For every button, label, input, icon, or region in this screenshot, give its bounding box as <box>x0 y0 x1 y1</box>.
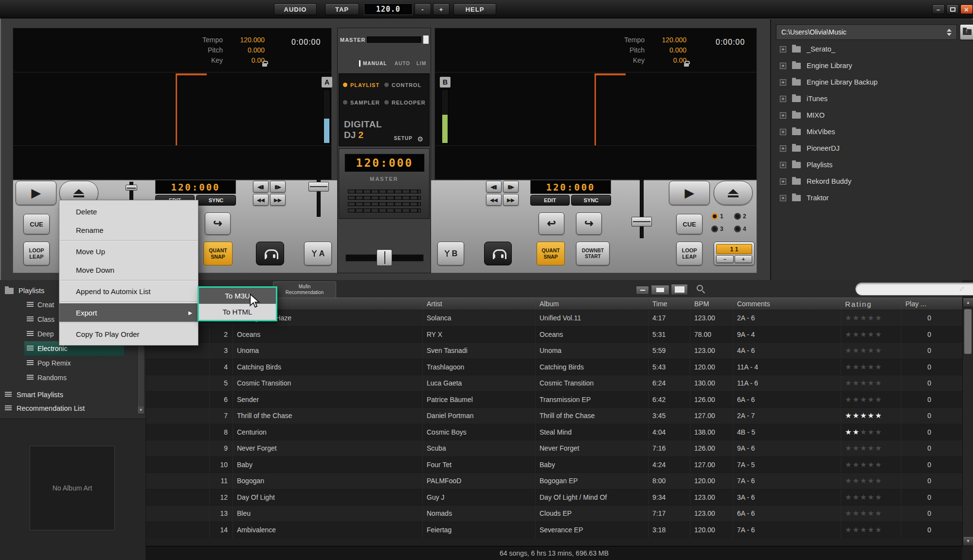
tempo-increase-button[interactable]: + <box>433 3 450 15</box>
key-lock-icon[interactable] <box>684 63 689 67</box>
playlist-item[interactable]: Pop Remix <box>24 356 124 370</box>
deck-b-pitch-fader-handle[interactable] <box>631 217 652 227</box>
star-icon[interactable]: ★ <box>852 395 860 404</box>
cell-rating[interactable]: ★★★★★ <box>841 392 901 408</box>
cell-rating[interactable]: ★★★★★ <box>841 327 901 343</box>
star-icon[interactable]: ★ <box>875 525 883 534</box>
cell-rating[interactable]: ★★★★★ <box>841 424 901 440</box>
playlist-radio-icon[interactable] <box>343 83 347 87</box>
star-icon[interactable]: ★ <box>867 428 875 437</box>
maximize-button[interactable] <box>946 4 959 14</box>
star-icon[interactable]: ★ <box>860 428 867 437</box>
pad-1[interactable]: 1 <box>711 213 723 220</box>
deck-a-pitch-fader-handle[interactable] <box>308 182 329 192</box>
deck-b-pitch-fader-track[interactable] <box>640 178 644 238</box>
star-icon[interactable]: ★ <box>852 428 860 437</box>
deck-b-seek-back-button[interactable]: ◀◀ <box>486 194 502 206</box>
cell-rating[interactable]: ★★★★★ <box>841 522 901 538</box>
expand-icon[interactable]: + <box>780 162 786 168</box>
track-row[interactable]: 7 Thrill of the Chase Daniel Portman Thr… <box>146 408 962 424</box>
header-time[interactable]: Time <box>648 298 690 310</box>
deck-b-edit-button[interactable]: EDIT <box>530 195 570 206</box>
track-row[interactable]: 12 Day Of Light Guy J Day Of Light / Min… <box>146 490 962 506</box>
minimize-button[interactable]: – <box>932 4 945 14</box>
deck-a-seek-fwd-button[interactable]: ▶▶ <box>270 194 286 206</box>
star-icon[interactable]: ★ <box>845 379 852 387</box>
folder-tree-item[interactable]: + Rekord Buddy <box>771 173 973 190</box>
cell-rating[interactable]: ★★★★★ <box>841 490 901 506</box>
track-row[interactable]: 5 Cosmic Transition Luca Gaeta Cosmic Tr… <box>146 375 962 392</box>
expand-icon[interactable]: + <box>780 46 786 52</box>
folder-tree-item[interactable]: + Engine Library <box>771 57 973 74</box>
mode-lim[interactable]: LIM <box>416 61 426 66</box>
star-icon[interactable]: ★ <box>860 314 867 322</box>
submenu-item-to-html[interactable]: To HTML <box>199 304 276 320</box>
tempo-decrease-button[interactable]: - <box>414 3 431 15</box>
track-row[interactable]: 9 Never Forget Scuba Never Forget 7:16 1… <box>146 440 962 457</box>
deck-b-headphone-cue-button[interactable] <box>484 242 512 265</box>
star-icon[interactable]: ★ <box>875 330 883 339</box>
recommendation-list-item[interactable]: Recommendation List <box>5 402 136 415</box>
star-icon[interactable]: ★ <box>852 363 860 371</box>
star-icon[interactable]: ★ <box>852 379 860 387</box>
submenu-item-to-m3u[interactable]: To M3U <box>199 288 276 304</box>
deck-b-downbeat-start-button[interactable]: DOWNBTSTART <box>576 242 610 265</box>
cell-rating[interactable]: ★★★★★ <box>841 457 901 473</box>
track-row[interactable]: 10 Baby Four Tet Baby 4:24 127.00 7A - 5… <box>146 457 962 473</box>
menu-item-export[interactable]: Export▶ <box>59 303 198 322</box>
gear-icon[interactable]: ⚙ <box>417 135 423 143</box>
deck-a-headphone-cue-button[interactable] <box>256 242 284 265</box>
star-icon[interactable]: ★ <box>875 444 883 453</box>
deck-a-loop-leap-button[interactable]: LOOPLEAP <box>23 242 50 265</box>
track-row[interactable]: 4 Catching Birds Trashlagoon Catching Bi… <box>146 359 962 376</box>
star-icon[interactable]: ★ <box>867 363 875 371</box>
star-icon[interactable]: ★ <box>860 444 867 453</box>
star-icon[interactable]: ★ <box>845 460 852 469</box>
mode-auto[interactable]: AUTO <box>395 61 410 66</box>
folder-tree-item[interactable]: + PioneerDJ <box>771 140 973 157</box>
deck-b-cue-button[interactable]: CUE <box>676 214 703 234</box>
deck-a-seek-back-button[interactable]: ◀◀ <box>253 194 269 206</box>
expand-icon[interactable]: + <box>780 178 786 185</box>
star-icon[interactable]: ★ <box>860 509 867 518</box>
view-medium-button[interactable] <box>651 285 669 295</box>
star-icon[interactable]: ★ <box>845 411 852 420</box>
relooper-radio-icon[interactable] <box>384 100 389 105</box>
playlist-toggle[interactable]: PLAYLIST <box>350 82 379 88</box>
key-lock-icon[interactable] <box>262 63 267 67</box>
deck-a-loop-return-button[interactable]: ↪ <box>205 212 231 235</box>
menu-item-move-down[interactable]: Move Down <box>59 261 198 279</box>
track-row[interactable]: 8 Centurion Cosmic Boys Steal Mind 4:04 … <box>146 424 962 441</box>
cell-rating[interactable]: ★★★★★ <box>841 408 901 424</box>
folder-tree-item[interactable]: + Traktor <box>771 190 973 206</box>
star-icon[interactable]: ★ <box>867 379 875 387</box>
tab-mufin-recommendation[interactable]: Mufin Recommendation <box>273 281 336 298</box>
star-icon[interactable]: ★ <box>852 411 860 420</box>
star-icon[interactable]: ★ <box>860 330 867 339</box>
expand-icon[interactable]: + <box>780 63 786 69</box>
tap-button[interactable]: TAP <box>325 3 359 15</box>
star-icon[interactable]: ★ <box>845 428 852 437</box>
deck-b-redo-loop-button[interactable]: ↪ <box>576 212 602 235</box>
deck-b-eject-button[interactable] <box>714 181 753 205</box>
deck-b-undo-loop-button[interactable]: ↩ <box>539 212 564 235</box>
deck-a-quant-snap-button[interactable]: QUANTSNAP <box>203 242 233 265</box>
star-icon[interactable]: ★ <box>867 346 875 355</box>
header-comments[interactable]: Comments <box>733 298 841 310</box>
star-icon[interactable]: ★ <box>845 525 852 534</box>
star-icon[interactable]: ★ <box>875 493 883 502</box>
star-icon[interactable]: ★ <box>867 314 875 322</box>
table-scroll-down-icon[interactable]: ▼ <box>963 536 973 546</box>
star-icon[interactable]: ★ <box>852 476 860 485</box>
crossfader-handle[interactable] <box>377 249 392 266</box>
star-icon[interactable]: ★ <box>867 476 875 485</box>
deck-b-play-button[interactable]: ▶ <box>669 181 710 205</box>
table-scroll-up-icon[interactable]: ▲ <box>963 298 973 307</box>
star-icon[interactable]: ★ <box>867 493 875 502</box>
folder-up-button[interactable] <box>960 24 973 40</box>
star-icon[interactable]: ★ <box>852 525 860 534</box>
table-scroll-thumb[interactable] <box>964 309 972 354</box>
cell-rating[interactable]: ★★★★★ <box>841 375 901 391</box>
control-radio-icon[interactable] <box>384 83 389 87</box>
deck-a-waveform-panel[interactable]: Tempo120.000 Pitch0.000 Key0.00 0:00:00 … <box>13 28 332 180</box>
